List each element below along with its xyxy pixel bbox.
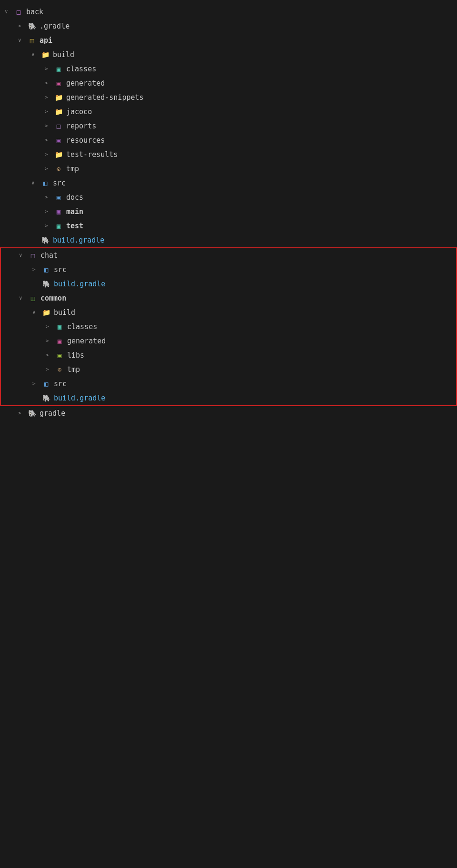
tree-item-chat-build-gradle[interactable]: 🐘 build.gradle — [1, 277, 456, 291]
folder-icon-gradle2: 🐘 — [27, 410, 37, 417]
tree-item-api-src[interactable]: ◧ src — [0, 176, 457, 190]
chevron-main — [45, 207, 53, 216]
label-common: common — [40, 293, 66, 304]
tree-item-jacoco[interactable]: 📁 jacoco — [0, 105, 457, 119]
folder-icon-tmp: ⊙ — [53, 165, 64, 173]
label-test-results: test-results — [66, 149, 118, 160]
tree-item-test[interactable]: ▣ test — [0, 219, 457, 233]
tree-item-resources[interactable]: ▣ resources — [0, 133, 457, 147]
label-back: back — [26, 6, 43, 18]
chevron-jacoco — [45, 107, 53, 116]
label-resources: resources — [66, 135, 105, 146]
folder-icon-resources: ▣ — [53, 137, 64, 144]
chevron-back — [5, 8, 13, 16]
folder-icon-chat-src: ◧ — [41, 266, 51, 273]
highlight-region: □ chat ◧ src 🐘 build.gradle ◫ common 📁 b… — [0, 247, 457, 406]
chevron-chat-src — [32, 265, 41, 274]
gradle-icon-api: 🐘 — [40, 236, 50, 244]
folder-icon-generated: ▣ — [53, 79, 64, 87]
tree-item-classes[interactable]: ▣ classes — [0, 62, 457, 76]
tree-item-common-build-gradle[interactable]: 🐘 build.gradle — [1, 391, 456, 405]
chevron-common-libs — [46, 351, 54, 360]
chevron-common-tmp — [46, 365, 54, 374]
folder-icon-api-build: 📁 — [40, 51, 50, 59]
folder-icon-main: ▣ — [53, 208, 64, 215]
chevron-api — [18, 36, 27, 45]
tree-item-chat-src[interactable]: ◧ src — [1, 263, 456, 277]
folder-icon-common-libs: ▣ — [54, 351, 65, 359]
label-common-build: build — [54, 307, 75, 318]
label-tmp: tmp — [66, 163, 79, 175]
label-common-generated: generated — [67, 335, 106, 347]
tree-item-docs[interactable]: ▣ docs — [0, 190, 457, 205]
label-reports: reports — [66, 120, 96, 132]
tree-item-test-results[interactable]: 📁 test-results — [0, 147, 457, 162]
chevron-gradle — [18, 22, 27, 30]
label-generated: generated — [66, 78, 105, 89]
label-common-classes: classes — [67, 321, 97, 332]
tree-item-common-libs[interactable]: ▣ libs — [1, 348, 456, 362]
chevron-api-src — [31, 179, 40, 187]
label-gradle: .gradle — [40, 20, 70, 32]
folder-icon-common: ◫ — [28, 294, 38, 302]
label-common-libs: libs — [67, 350, 84, 361]
label-api-src: src — [53, 177, 66, 189]
chevron-generated-snippets — [45, 93, 53, 102]
tree-item-api-build[interactable]: 📁 build — [0, 48, 457, 62]
folder-icon-chat: □ — [28, 252, 38, 259]
label-chat: chat — [40, 250, 58, 261]
label-api-build: build — [53, 49, 74, 60]
chevron-classes — [45, 65, 53, 73]
tree-item-common-build[interactable]: 📁 build — [1, 305, 456, 320]
chevron-test-results — [45, 150, 53, 159]
tree-item-common-classes[interactable]: ▣ classes — [1, 320, 456, 334]
tree-item-gradle2[interactable]: 🐘 gradle — [0, 406, 457, 420]
label-api: api — [40, 35, 52, 46]
folder-icon-common-generated: ▣ — [54, 337, 65, 345]
chevron-generated — [45, 79, 53, 88]
tree-item-generated[interactable]: ▣ generated — [0, 76, 457, 90]
folder-icon-api: ◫ — [27, 37, 37, 44]
chevron-resources — [45, 136, 53, 145]
tree-item-chat[interactable]: □ chat — [1, 248, 456, 263]
label-common-src: src — [54, 378, 67, 390]
tree-item-main[interactable]: ▣ main — [0, 205, 457, 219]
label-test: test — [66, 220, 83, 232]
tree-item-gradle[interactable]: 🐘 .gradle — [0, 19, 457, 33]
folder-icon-common-tmp: ⊙ — [54, 366, 65, 373]
tree-item-tmp[interactable]: ⊙ tmp — [0, 162, 457, 176]
chevron-common-build — [32, 308, 41, 317]
chevron-test — [45, 222, 53, 230]
chevron-reports — [45, 122, 53, 130]
label-api-build-gradle: build.gradle — [53, 234, 104, 246]
label-generated-snippets: generated-snippets — [66, 92, 144, 103]
folder-icon-test-results: 📁 — [53, 151, 64, 158]
tree-item-common[interactable]: ◫ common — [1, 291, 456, 305]
tree-item-common-src[interactable]: ◧ src — [1, 377, 456, 391]
tree-item-generated-snippets[interactable]: 📁 generated-snippets — [0, 90, 457, 105]
tree-item-common-generated[interactable]: ▣ generated — [1, 334, 456, 348]
tree-item-reports[interactable]: □ reports — [0, 119, 457, 133]
folder-icon-docs: ▣ — [53, 194, 64, 201]
folder-icon-test: ▣ — [53, 222, 64, 230]
folder-icon-common-classes: ▣ — [54, 323, 65, 331]
chevron-common-generated — [46, 337, 54, 345]
folder-icon-reports: □ — [53, 122, 64, 130]
tree-item-api[interactable]: ◫ api — [0, 33, 457, 48]
chevron-gradle2 — [18, 409, 27, 418]
label-jacoco: jacoco — [66, 106, 92, 117]
folder-icon-common-build: 📁 — [41, 309, 51, 316]
tree-item-common-tmp[interactable]: ⊙ tmp — [1, 362, 456, 377]
file-tree: □ back 🐘 .gradle ◫ api 📁 build ▣ classes… — [0, 0, 457, 425]
gradle-icon-common: 🐘 — [41, 394, 51, 402]
chevron-chat — [19, 251, 28, 260]
folder-icon-generated-snippets: 📁 — [53, 94, 64, 101]
tree-item-api-build-gradle[interactable]: 🐘 build.gradle — [0, 233, 457, 247]
chevron-common-src — [32, 380, 41, 388]
gradle-icon-chat: 🐘 — [41, 280, 51, 288]
folder-icon-common-src: ◧ — [41, 380, 51, 388]
folder-icon-jacoco: 📁 — [53, 108, 64, 116]
tree-item-back[interactable]: □ back — [0, 5, 457, 19]
folder-icon-back: □ — [13, 8, 24, 16]
folder-icon-api-src: ◧ — [40, 179, 50, 187]
